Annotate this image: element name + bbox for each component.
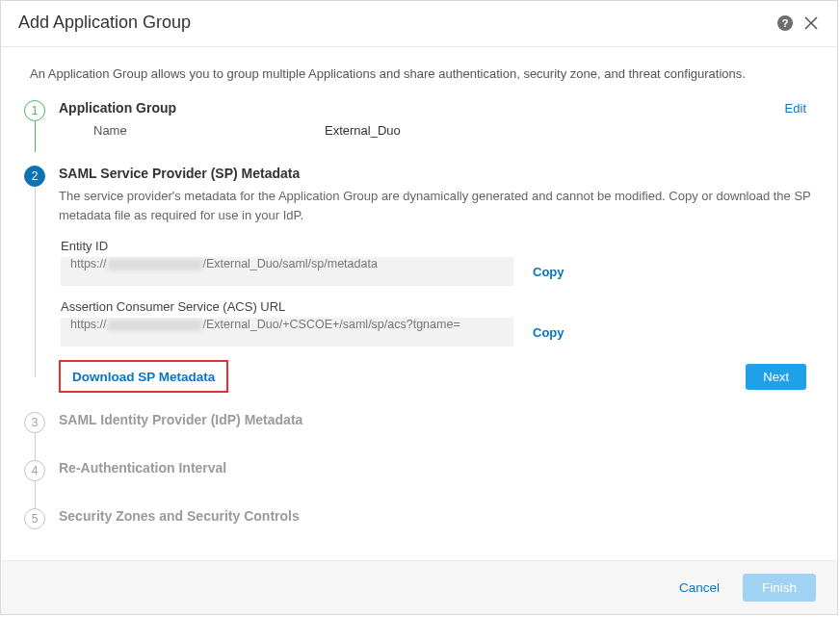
name-row: Name External_Duo xyxy=(93,123,814,138)
redacted-host xyxy=(108,320,202,331)
dialog-header: Add Application Group ? xyxy=(1,1,837,47)
finish-button[interactable]: Finish xyxy=(743,574,816,602)
close-icon[interactable] xyxy=(802,14,820,32)
step-sp-metadata: 2 SAML Service Provider (SP) Metadata Th… xyxy=(24,166,814,393)
help-icon[interactable]: ? xyxy=(777,15,793,31)
step-reauth-interval: 4 Re-Authentication Interval xyxy=(24,460,814,489)
step-description: The service provider's metadata for the … xyxy=(59,187,814,225)
entity-id-value[interactable]: https:///External_Duo/saml/sp/metadata xyxy=(61,257,513,286)
acs-url-block: Assertion Consumer Service (ACS) URL htt… xyxy=(61,299,814,347)
add-application-group-dialog: Add Application Group ? An Application G… xyxy=(0,0,838,615)
redacted-host xyxy=(108,259,202,270)
name-label: Name xyxy=(93,123,325,138)
step-application-group: 1 Application Group Edit Name External_D… xyxy=(24,100,814,146)
dialog-footer: Cancel Finish xyxy=(1,560,837,614)
step-title: SAML Service Provider (SP) Metadata xyxy=(59,166,300,181)
step-title: Application Group xyxy=(59,100,176,116)
wizard-steps: 1 Application Group Edit Name External_D… xyxy=(24,100,814,527)
step-title: Security Zones and Security Controls xyxy=(59,508,300,524)
dialog-body: An Application Group allows you to group… xyxy=(1,47,837,560)
download-row: Download SP Metadata Next xyxy=(59,360,814,393)
step-title: Re-Authentication Interval xyxy=(59,460,226,476)
step-marker-1: 1 xyxy=(24,100,45,121)
step-security-zones: 5 Security Zones and Security Controls xyxy=(24,508,814,527)
acs-url-label: Assertion Consumer Service (ACS) URL xyxy=(61,299,814,314)
step-connector xyxy=(35,121,36,152)
edit-link[interactable]: Edit xyxy=(785,101,806,116)
download-sp-metadata-button[interactable]: Download SP Metadata xyxy=(72,370,215,384)
entity-id-block: Entity ID https:///External_Duo/saml/sp/… xyxy=(61,239,814,286)
dialog-title: Add Application Group xyxy=(18,13,777,33)
step-title: SAML Identity Provider (IdP) Metadata xyxy=(59,412,302,427)
cancel-button[interactable]: Cancel xyxy=(679,580,720,595)
next-button[interactable]: Next xyxy=(746,364,806,390)
step-idp-metadata: 3 SAML Identity Provider (IdP) Metadata xyxy=(24,412,814,441)
copy-entity-id-button[interactable]: Copy xyxy=(533,265,564,279)
copy-acs-url-button[interactable]: Copy xyxy=(533,325,564,340)
step-marker-4: 4 xyxy=(24,460,45,481)
acs-url-value[interactable]: https:///External_Duo/+CSCOE+/saml/sp/ac… xyxy=(61,318,513,347)
name-value: External_Duo xyxy=(325,123,401,138)
download-highlight-box: Download SP Metadata xyxy=(59,360,228,393)
step-marker-3: 3 xyxy=(24,412,45,433)
entity-id-label: Entity ID xyxy=(61,239,814,253)
step-connector xyxy=(35,187,36,377)
intro-text: An Application Group allows you to group… xyxy=(30,66,814,81)
step-marker-2: 2 xyxy=(24,166,45,187)
step-marker-5: 5 xyxy=(24,508,45,529)
